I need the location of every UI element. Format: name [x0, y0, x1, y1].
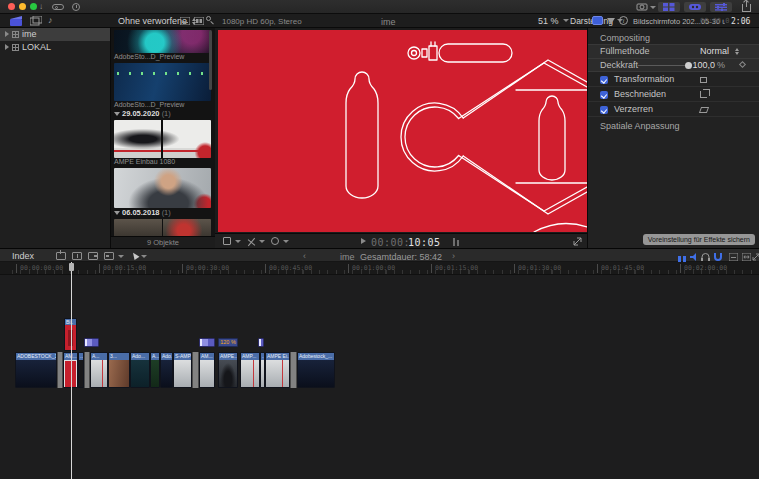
disclosure-icon[interactable] — [5, 44, 9, 50]
chevron-down-icon[interactable] — [650, 6, 656, 9]
append-edit-icon[interactable] — [88, 252, 98, 260]
keyframe-diamond-icon[interactable] — [739, 61, 746, 68]
browser-clip-thumbnail[interactable] — [114, 120, 211, 158]
disclosure-icon[interactable] — [5, 31, 9, 37]
playhead[interactable] — [71, 262, 72, 479]
inspector-tab-effects[interactable] — [607, 18, 615, 24]
timeline-clip[interactable]: S-AMPE... — [173, 352, 192, 388]
browser-clip-thumbnail[interactable] — [114, 63, 211, 101]
opacity-value[interactable]: 100,0 — [692, 59, 715, 72]
blend-mode-row[interactable]: Füllmethode Normal — [588, 45, 759, 58]
opacity-slider-knob[interactable] — [685, 62, 692, 69]
browser-clip-thumbnail[interactable] — [114, 219, 211, 236]
index-button[interactable]: Index — [12, 251, 34, 261]
import-media-icon[interactable]: ↓ — [39, 2, 43, 12]
overwrite-edit-icon[interactable] — [104, 252, 114, 260]
timeline-clip[interactable]: AMPE... — [218, 352, 238, 388]
timeline-ruler[interactable]: 00:00:00:0000:00:15:0000:00:30:0000:00:4… — [0, 262, 759, 275]
clip-appearance-icon[interactable] — [180, 17, 190, 27]
timeline-clip[interactable]: Ado... — [130, 352, 150, 388]
timeline-clip[interactable]: Ado... — [160, 352, 173, 388]
play-button[interactable] — [361, 238, 366, 244]
minimize-window-button[interactable] — [19, 3, 26, 10]
browser-date-group[interactable]: 29.05.2020 (1) — [111, 109, 215, 118]
timeline-clip[interactable]: A... — [150, 352, 160, 388]
timeline-clip[interactable]: 3... — [108, 352, 130, 388]
enhancements-menu-icon[interactable] — [247, 237, 256, 246]
connected-title-clip[interactable] — [199, 338, 215, 347]
show-libraries-icon[interactable] — [10, 16, 22, 28]
connected-title-clip[interactable] — [258, 338, 264, 347]
crop-tool-icon[interactable] — [700, 91, 707, 98]
disclosure-icon[interactable] — [114, 211, 120, 215]
playhead-handle[interactable] — [69, 263, 74, 271]
chevron-down-icon[interactable] — [259, 240, 265, 243]
sidebar-item-ime[interactable]: ime — [0, 28, 110, 41]
connected-title-clip[interactable] — [84, 338, 99, 347]
background-tasks-icon[interactable] — [72, 3, 80, 11]
timeline-clip[interactable]: AMPE Ei... — [265, 352, 290, 388]
expand-viewer-icon[interactable] — [573, 237, 582, 248]
viewer-zoom-popup[interactable]: 51 % — [538, 16, 569, 26]
timeline-clip[interactable]: AM... — [199, 352, 215, 388]
timeline-project-name[interactable]: ime — [340, 252, 355, 262]
timeline-clip[interactable]: Adobestock_... — [297, 352, 335, 388]
transformation-row[interactable]: Transformation — [588, 72, 759, 87]
blend-mode-value[interactable]: Normal — [700, 45, 729, 58]
audio-meter-icon[interactable] — [453, 238, 455, 246]
gap-clip[interactable] — [290, 352, 297, 388]
connect-edit-icon[interactable] — [56, 252, 66, 260]
chevron-down-icon[interactable] — [283, 240, 289, 243]
viewer-canvas[interactable] — [218, 30, 587, 232]
timeline-clip[interactable]: AMP... — [240, 352, 260, 388]
audio-meter-icon[interactable] — [457, 240, 459, 246]
zoom-window-button[interactable] — [30, 3, 37, 10]
viewer-clip-name: ime — [381, 17, 396, 27]
crop-checkbox[interactable] — [600, 91, 608, 99]
select-tool-icon[interactable] — [131, 251, 140, 260]
insert-edit-icon[interactable] — [72, 252, 82, 260]
retime-menu-icon[interactable] — [271, 237, 279, 245]
opacity-row[interactable]: Deckkraft 100,0 % — [588, 58, 759, 71]
filmstrip-view-icon[interactable] — [194, 17, 204, 27]
inspector-tab-info[interactable]: i — [619, 16, 628, 25]
show-photos-audio-icon[interactable] — [30, 16, 42, 28]
timeline-back-chevron[interactable]: ‹ — [303, 251, 306, 261]
browser-clip-thumbnail[interactable] — [114, 168, 211, 208]
retime-indicator[interactable]: 120 % — [218, 338, 238, 347]
timeline-clip[interactable]: A... — [90, 352, 108, 388]
disclosure-icon[interactable] — [114, 112, 120, 116]
transform-tool-icon[interactable] — [700, 77, 707, 83]
distort-tool-icon[interactable] — [699, 107, 709, 113]
browser-clip-label: AdobeSto...D_Preview — [111, 53, 215, 61]
timeline-forward-chevron[interactable]: › — [452, 251, 455, 261]
distort-row[interactable]: Verzerren — [588, 102, 759, 117]
crop-row[interactable]: Beschneiden — [588, 87, 759, 102]
save-effects-preset-button[interactable]: Voreinstellung für Effekte sichern — [643, 234, 755, 245]
close-window-button[interactable] — [8, 3, 15, 10]
browser-pane: AdobeSto...D_PreviewAdobeSto...D_Preview… — [110, 28, 215, 236]
share-icon[interactable] — [742, 4, 751, 12]
clip-title: A... — [91, 353, 107, 360]
transformation-checkbox[interactable] — [600, 76, 608, 84]
toggle-timeline-button[interactable] — [684, 2, 706, 12]
chevron-down-icon[interactable] — [235, 240, 241, 243]
toggle-inspector-button[interactable] — [710, 2, 732, 12]
chevron-down-icon[interactable] — [118, 255, 124, 258]
search-icon[interactable] — [206, 16, 211, 21]
distort-checkbox[interactable] — [600, 106, 608, 114]
gap-clip[interactable] — [192, 352, 199, 388]
chevron-down-icon[interactable] — [141, 255, 147, 258]
inspector-tab-video[interactable] — [592, 16, 603, 25]
sidebar-item-lokal[interactable]: LOKAL — [0, 41, 110, 54]
browser-date-group[interactable]: 06.05.2018 (1) — [111, 208, 215, 217]
browser-scrollbar[interactable] — [209, 30, 212, 90]
media-import-button[interactable] — [636, 2, 648, 13]
toggle-browser-button[interactable] — [658, 2, 680, 12]
keyword-editor-icon[interactable] — [52, 4, 64, 10]
browser-clip-thumbnail[interactable] — [114, 30, 211, 53]
crop-transform-menu-icon[interactable] — [223, 237, 231, 245]
opacity-slider[interactable] — [638, 65, 690, 66]
show-titles-generators-icon[interactable]: ♪ — [48, 15, 53, 25]
timeline-clip[interactable]: ADOBESTOCK_137... — [15, 352, 57, 388]
